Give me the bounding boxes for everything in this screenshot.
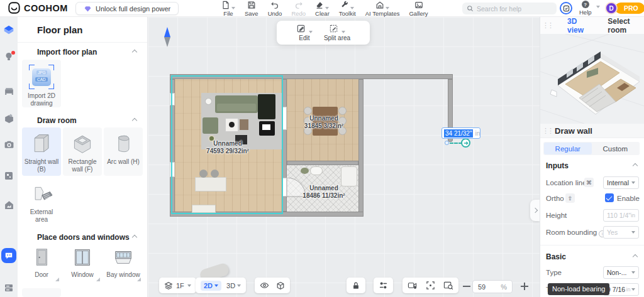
kitchen-island[interactable]	[195, 177, 226, 192]
search-input[interactable]	[477, 5, 551, 13]
camera-settings-icon[interactable]	[408, 281, 418, 290]
floorplan-canvas[interactable]: Unnamed 74593 29/32in² Unnamed 31845 3/3…	[148, 17, 540, 297]
drag-handle-icon[interactable]: ⋮⋮	[542, 127, 552, 135]
help-search[interactable]	[462, 3, 557, 14]
armchair[interactable]	[203, 117, 218, 134]
partial-next-tile[interactable]	[22, 288, 61, 297]
user-avatar[interactable]: D	[605, 2, 618, 14]
shower[interactable]	[341, 166, 357, 186]
location-line-select[interactable]: Internal	[603, 176, 639, 189]
chat-support-icon[interactable]	[1, 248, 16, 263]
wall-length-value[interactable]: 34 21/32"	[444, 129, 473, 138]
wall-continue-handle[interactable]	[461, 138, 470, 148]
feedback-icon[interactable]	[2, 281, 16, 294]
wall-type-select[interactable]: Non-...	[603, 266, 639, 279]
compass-icon	[163, 27, 172, 47]
help-caret-icon[interactable]	[596, 6, 600, 8]
zoom-level-input[interactable]: 59 %	[472, 280, 513, 293]
furnishings-icon[interactable]	[2, 84, 16, 97]
side-table[interactable]	[240, 119, 248, 130]
collapse-draw-room-icon[interactable]	[132, 118, 137, 123]
tab-3d-view[interactable]: 3D view	[567, 17, 591, 35]
menu-save[interactable]: Save	[245, 1, 258, 17]
model-view-icon[interactable]	[276, 281, 285, 290]
bay-window-tool[interactable]: Bay window	[104, 242, 143, 283]
straight-wall-tool[interactable]: Straight wall (B)	[22, 127, 61, 176]
wall-length-input[interactable]: 34 21/32" in	[441, 127, 480, 139]
coohom-smiley-icon	[8, 2, 20, 14]
split-area-button[interactable]: Split area	[324, 24, 350, 41]
dining-chair[interactable]	[338, 107, 347, 115]
rectangle-wall-tool[interactable]: Rectangle wall (F)	[63, 127, 102, 176]
panel-collapse-handle[interactable]	[530, 200, 540, 221]
bath-door-opening[interactable]	[282, 178, 287, 197]
wall-anchor-handle[interactable]	[445, 141, 449, 145]
mode-regular[interactable]: Regular	[544, 143, 592, 154]
menu-redo: Redo	[291, 1, 306, 17]
external-area-tool[interactable]: External area	[22, 179, 61, 221]
stool-2[interactable]	[211, 170, 219, 178]
edit-button[interactable]: Edit	[296, 24, 313, 41]
ortho-checkbox[interactable]	[605, 193, 614, 202]
mode-custom[interactable]: Custom	[592, 143, 640, 154]
menu-clear[interactable]: Clear	[315, 1, 330, 17]
basic-section-title: Basic	[546, 252, 566, 261]
focus-center-icon[interactable]	[426, 281, 435, 290]
view-switcher: 2D 3D	[196, 278, 246, 293]
right-panel: ⋮⋮ 3D view Select room ⋮⋮ Draw wall Regu…	[540, 17, 644, 297]
floor-lamp[interactable]	[205, 98, 212, 105]
dining-chair[interactable]	[304, 107, 312, 115]
toilet[interactable]	[310, 166, 323, 175]
tab-select-room[interactable]: Select room	[608, 17, 644, 35]
image-icon	[414, 1, 423, 9]
notification-dot	[11, 51, 15, 55]
stool-1[interactable]	[199, 170, 208, 178]
room-bounding-select[interactable]: Yes	[603, 226, 639, 239]
render-camera-icon[interactable]	[2, 138, 16, 151]
collapse-basic-icon[interactable]	[633, 254, 638, 259]
console-table[interactable]	[192, 205, 216, 213]
visibility-icon[interactable]	[260, 281, 269, 290]
zoom-out-button[interactable]	[462, 282, 471, 291]
window-left-2[interactable]	[170, 162, 175, 177]
settings-toggles-button[interactable]	[374, 278, 393, 293]
coohom-logo[interactable]: COOHOM	[8, 2, 68, 14]
zoom-to-area-icon[interactable]	[443, 281, 453, 290]
menu-file[interactable]: File	[221, 1, 235, 17]
height-input[interactable]: 110 1/4" in	[603, 209, 639, 222]
3d-preview[interactable]	[540, 34, 644, 124]
view-3d-button[interactable]: 3D	[226, 282, 241, 289]
help-button[interactable]: ? Help	[579, 1, 592, 16]
bath-plant[interactable]	[301, 168, 309, 174]
window-tool[interactable]: Window	[63, 242, 102, 283]
menu-undo[interactable]: Undo	[268, 1, 282, 17]
menu-toolkit[interactable]: Toolkit	[339, 1, 356, 17]
materials-icon[interactable]	[2, 111, 16, 125]
house-icon	[375, 1, 384, 9]
menu-ai-templates[interactable]: AI Templates	[365, 1, 400, 17]
floor-selector[interactable]: 1F	[159, 278, 196, 293]
lock-button[interactable]	[347, 278, 365, 293]
pro-badge[interactable]: PRO	[615, 3, 644, 14]
wall-right[interactable]	[358, 79, 364, 217]
collapse-doors-icon[interactable]	[132, 235, 137, 240]
home-projects-icon[interactable]	[2, 198, 16, 212]
construction-plan-icon[interactable]	[2, 169, 16, 183]
collapse-import-icon[interactable]	[132, 50, 137, 55]
door-tool[interactable]: Door	[22, 242, 61, 283]
collapse-inputs-icon[interactable]	[633, 163, 638, 168]
view-2d-button[interactable]: 2D	[201, 281, 221, 291]
unlock-design-power-button[interactable]: Unlock full design power	[75, 2, 179, 15]
drag-handle-icon[interactable]: ⋮⋮	[542, 21, 552, 30]
window-divider[interactable]	[282, 107, 287, 130]
menu-gallery[interactable]: Gallery	[409, 1, 428, 17]
wall-top[interactable]	[170, 74, 453, 79]
floorplan-tool-icon[interactable]	[2, 23, 16, 36]
window-left-1[interactable]	[170, 93, 175, 105]
zoom-in-button[interactable]	[520, 282, 529, 291]
arc-wall-tool[interactable]: Arc wall (H)	[104, 127, 143, 176]
import-2d-drawing-tile[interactable]: JPG CAD Import 2D drawing	[22, 60, 61, 107]
whiteboard-icon[interactable]	[560, 2, 572, 14]
tv-unit[interactable]	[258, 94, 275, 119]
wall-divider-horizontal[interactable]	[287, 161, 358, 165]
